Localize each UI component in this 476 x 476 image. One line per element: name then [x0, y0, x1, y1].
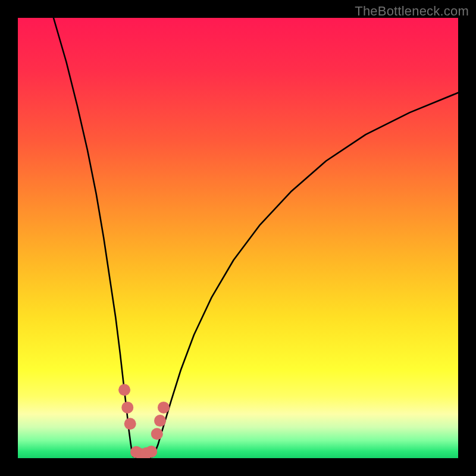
watermark-text: TheBottleneck.com [355, 4, 469, 19]
marker-right-cluster-b [154, 415, 166, 427]
marker-floor-d [145, 446, 157, 458]
plot-area [18, 18, 458, 458]
marker-left-cluster-a [118, 384, 130, 396]
marker-left-cluster-c [124, 418, 136, 430]
marker-right-cluster-a [151, 428, 163, 440]
marker-group [118, 384, 170, 458]
bottleneck-curve [54, 18, 458, 458]
curve-layer [18, 18, 458, 458]
chart-frame: TheBottleneck.com [0, 0, 476, 476]
marker-right-cluster-c [158, 402, 170, 414]
marker-left-cluster-b [121, 402, 133, 414]
